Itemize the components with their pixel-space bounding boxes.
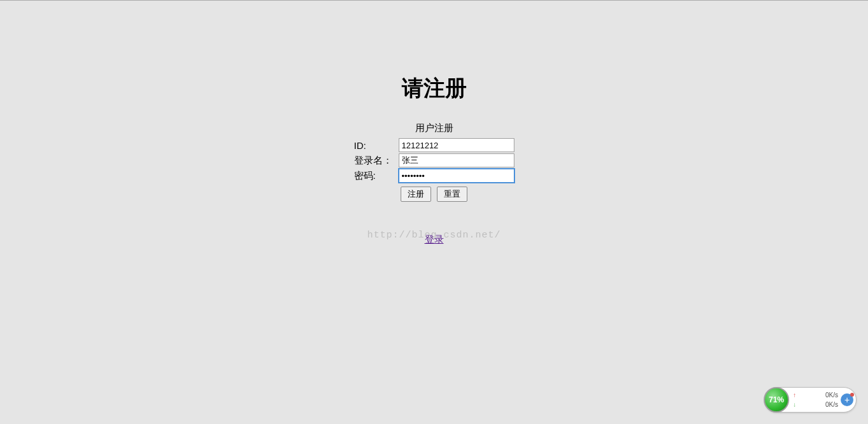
username-input[interactable] xyxy=(399,153,514,167)
download-stat: ↓ 0K/s xyxy=(793,400,838,409)
form-caption: 用户注册 xyxy=(354,122,514,134)
username-row: 登录名： xyxy=(354,153,514,167)
button-row: 注册 重置 xyxy=(354,187,514,202)
upload-value: 0K/s xyxy=(825,392,838,399)
page-title: 请注册 xyxy=(0,74,868,103)
password-input[interactable] xyxy=(399,169,514,183)
network-widget[interactable]: 71% ↑ 0K/s ↓ 0K/s + xyxy=(764,387,857,413)
network-stats: ↑ 0K/s ↓ 0K/s xyxy=(789,389,841,411)
register-form: 用户注册 ID: 登录名： 密码: 注册 重置 xyxy=(354,122,514,202)
id-input[interactable] xyxy=(399,138,514,152)
register-button[interactable]: 注册 xyxy=(401,187,431,202)
plus-icon[interactable]: + xyxy=(841,393,853,406)
download-value: 0K/s xyxy=(825,401,838,408)
arrow-down-icon: ↓ xyxy=(793,401,796,408)
arrow-up-icon: ↑ xyxy=(793,392,796,399)
id-label: ID: xyxy=(354,140,399,151)
cpu-percent-circle: 71% xyxy=(764,387,789,413)
watermark-area: http://blog.csdn.net/ 登录 xyxy=(0,229,868,241)
password-label: 密码: xyxy=(354,170,399,182)
reset-button[interactable]: 重置 xyxy=(437,187,467,202)
username-label: 登录名： xyxy=(354,155,399,167)
upload-stat: ↑ 0K/s xyxy=(793,390,838,400)
password-row: 密码: xyxy=(354,169,514,183)
id-row: ID: xyxy=(354,138,514,152)
main-container: 请注册 用户注册 ID: 登录名： 密码: 注册 重置 http://blog.… xyxy=(0,1,868,241)
login-link[interactable]: 登录 xyxy=(425,234,444,246)
